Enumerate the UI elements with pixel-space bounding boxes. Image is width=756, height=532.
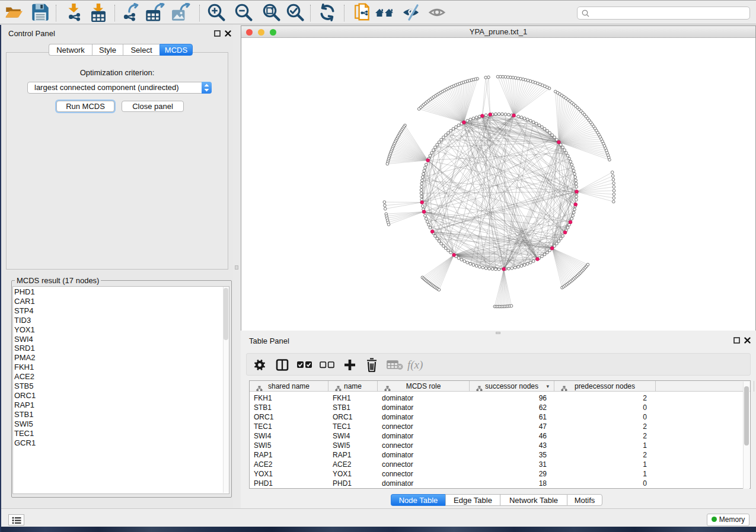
svg-text:f(x): f(x) (407, 358, 423, 371)
